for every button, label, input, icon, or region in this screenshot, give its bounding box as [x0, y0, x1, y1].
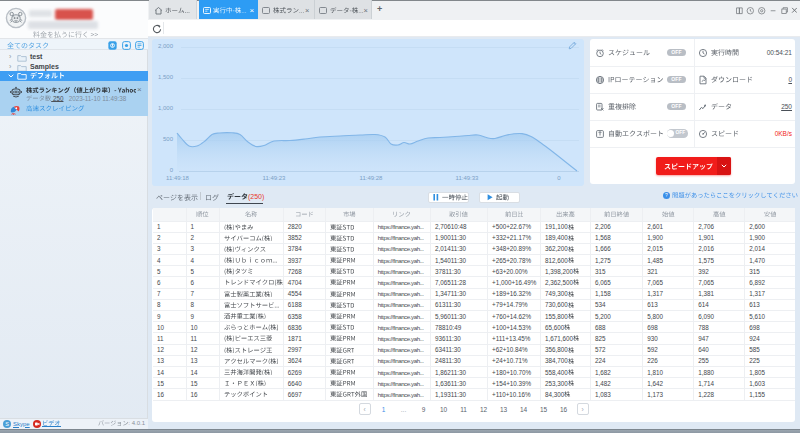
- svg-text:?: ?: [665, 192, 668, 198]
